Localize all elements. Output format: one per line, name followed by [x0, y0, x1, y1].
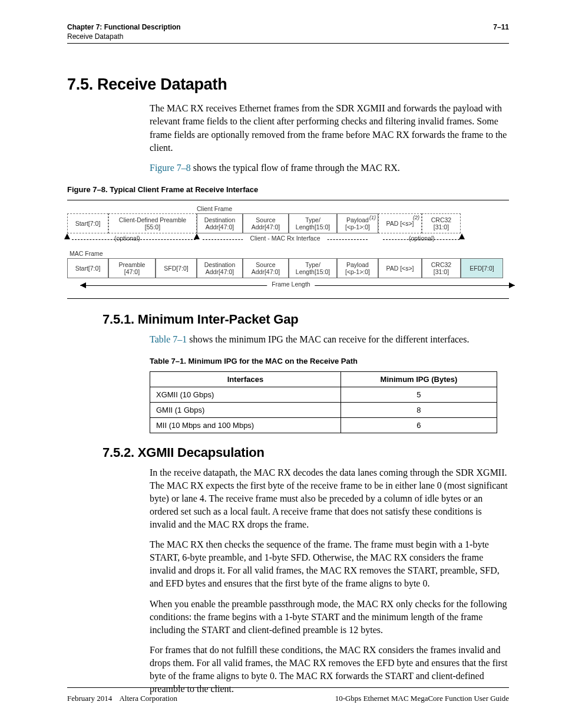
heading-7-5-1: 7.5.1. Minimum Inter-Packet Gap: [103, 312, 509, 327]
optional-label-left: (optional): [114, 235, 140, 242]
optional-dash-right: [383, 239, 459, 240]
client-dst-cell: DestinationAddr[47:0]: [197, 213, 243, 233]
footer-rule: [67, 687, 509, 688]
page-header: Chapter 7: Functional Description Receiv…: [67, 22, 509, 41]
para-7-5-2-2: The MAC RX then checks the sequence of t…: [150, 538, 509, 590]
mac-start-cell: Start[7:0]: [67, 258, 108, 278]
para-7-5-1-tail: shows the minimum IPG the MAC can receiv…: [187, 334, 469, 344]
heading-7-5-2: 7.5.2. XGMII Decapsulation: [103, 445, 509, 460]
table-7-1: Interfaces Minimum IPG (Bytes) XGMII (10…: [150, 371, 497, 433]
mac-preamble-cell: Preamble[47:0]: [108, 258, 156, 278]
client-payload-cell: Payload[<p-1>:0] (1): [337, 213, 378, 233]
mac-efd-cell: EFD[7:0]: [461, 258, 503, 278]
mac-sfd-cell: SFD[7:0]: [156, 258, 197, 278]
optional-dash-left: [72, 239, 196, 240]
arrow-up-right: [459, 233, 465, 239]
chapter-line: Chapter 7: Functional Description: [67, 22, 181, 32]
header-section-line: Receive Datapath: [67, 32, 181, 41]
client-frame-row: Start[7:0] Client-Defined Preamble[55:0]…: [67, 213, 515, 233]
cell-ipg: 6: [340, 417, 497, 433]
th-interfaces: Interfaces: [150, 371, 341, 387]
header-left: Chapter 7: Functional Description Receiv…: [67, 22, 181, 41]
th-min-ipg: Minimum IPG (Bytes): [340, 371, 497, 387]
para-7-5-intro: The MAC RX receives Ethernet frames from…: [150, 102, 509, 154]
client-frame-label: Client Frame: [197, 205, 515, 212]
header-rule: [67, 43, 509, 44]
footer-left: February 2014 Altera Corporation: [67, 694, 177, 703]
cell-if: XGMII (10 Gbps): [150, 387, 341, 402]
client-mac-interface-row: (optional) Client - MAC Rx Interface (op…: [67, 233, 515, 248]
para-7-5-figref: Figure 7–8 shows the typical flow of fra…: [150, 162, 509, 174]
cell-ipg: 8: [340, 402, 497, 417]
table-7-1-xref[interactable]: Table 7–1: [150, 334, 187, 344]
mac-frame-row: Start[7:0] Preamble[47:0] SFD[7:0] Desti…: [67, 258, 515, 278]
table-row: XGMII (10 Gbps) 5: [150, 387, 497, 402]
table-7-1-caption: Table 7–1. Minimum IPG for the MAC on th…: [150, 357, 497, 365]
mac-frame-label: MAC Frame: [70, 250, 515, 257]
figure-7-8-xref[interactable]: Figure 7–8: [150, 163, 191, 173]
optional-label-right: (optional): [409, 235, 435, 242]
client-src-cell: SourceAddr[47:0]: [243, 213, 289, 233]
client-preamble-cell: Client-Defined Preamble[55:0]: [108, 213, 197, 233]
client-typelen-cell: Type/Length[15:0]: [289, 213, 337, 233]
para-7-5-figref-tail: shows the typical flow of frame through …: [191, 163, 400, 173]
pad-note-ref: (2): [413, 215, 419, 220]
frame-length-arrow-right: [509, 282, 515, 288]
figure-7-8-caption: Figure 7–8. Typical Client Frame at Rece…: [67, 185, 509, 194]
mac-typelen-cell: Type/Length[15:0]: [289, 258, 337, 278]
arrow-up-left: [64, 233, 70, 239]
figure-7-8: Client Frame Start[7:0] Client-Defined P…: [67, 200, 509, 299]
mac-dst-cell: DestinationAddr[47:0]: [197, 258, 243, 278]
payload-note-ref: (1): [369, 215, 376, 220]
arrow-up-mid: [194, 233, 200, 239]
client-crc-cell: CRC32[31:0]: [422, 213, 461, 233]
page-footer: February 2014 Altera Corporation 10-Gbps…: [67, 694, 509, 703]
table-row: Interfaces Minimum IPG (Bytes): [150, 371, 497, 387]
frame-length-indicator: Frame Length: [67, 281, 515, 294]
interface-label: Client - MAC Rx Interface: [243, 235, 327, 242]
cell-ipg: 5: [340, 387, 497, 402]
para-7-5-2-1: In the receive datapath, the MAC RX deco…: [150, 466, 509, 531]
frame-length-label: Frame Length: [267, 281, 315, 288]
heading-7-5: 7.5. Receive Datapath: [67, 75, 509, 94]
table-row: MII (10 Mbps and 100 Mbps) 6: [150, 417, 497, 433]
para-7-5-1-tabref: Table 7–1 shows the minimum IPG the MAC …: [150, 333, 509, 346]
table-row: GMII (1 Gbps) 8: [150, 402, 497, 417]
client-start-cell: Start[7:0]: [67, 213, 108, 233]
footer-right: 10-Gbps Ethernet MAC MegaCore Function U…: [335, 694, 509, 703]
client-pad-cell: PAD [<s>] (2): [378, 213, 422, 233]
para-7-5-2-3: When you enable the preamble passthrough…: [150, 598, 509, 637]
mac-pad-cell: PAD [<s>]: [378, 258, 422, 278]
cell-if: GMII (1 Gbps): [150, 402, 341, 417]
mac-payload-cell: Payload[<p-1>:0]: [337, 258, 378, 278]
mac-src-cell: SourceAddr[47:0]: [243, 258, 289, 278]
cell-if: MII (10 Mbps and 100 Mbps): [150, 417, 341, 433]
mac-crc-cell: CRC32[31:0]: [422, 258, 461, 278]
page-number: 7–11: [493, 22, 509, 41]
